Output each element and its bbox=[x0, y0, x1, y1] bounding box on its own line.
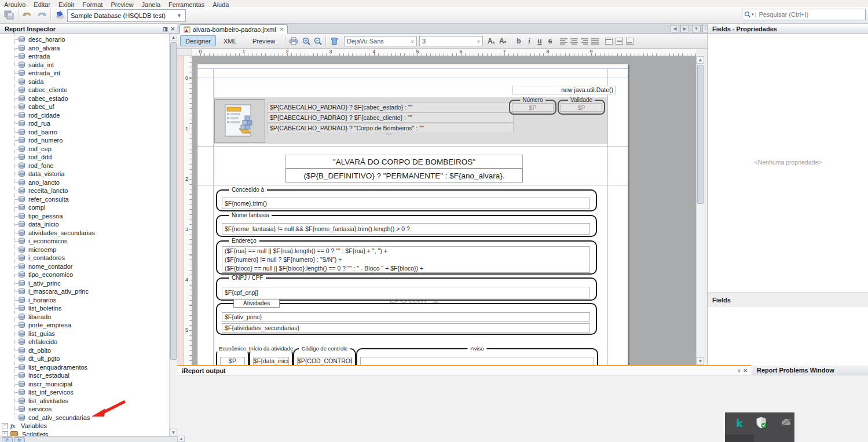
expand-icon[interactable]: + bbox=[2, 431, 8, 436]
tree-node-scriptlets[interactable]: +Scriptlets bbox=[0, 430, 169, 437]
header-expression-3[interactable]: $P{CABECALHO_PADRAO} ? "Corpo de Bombeir… bbox=[267, 123, 514, 133]
group-cnpj-field[interactable]: $F{cpf_cnpj} bbox=[222, 287, 590, 298]
valign-bottom-icon[interactable] bbox=[624, 36, 635, 46]
tree-item-field[interactable]: inscr_estadual bbox=[0, 371, 169, 380]
datasource-select[interactable]: Sample Database (HSQLDB test) ▼ bbox=[67, 9, 186, 22]
close-panel-icon[interactable]: ✕ bbox=[743, 368, 748, 374]
tree-item-field[interactable]: servicos bbox=[0, 405, 169, 414]
decrease-font-icon[interactable]: A▾ bbox=[498, 36, 507, 46]
defender-shield-icon[interactable] bbox=[756, 417, 767, 431]
tree-item-field[interactable]: entrada bbox=[0, 52, 169, 61]
date-expression-field[interactable]: new java.util.Date() bbox=[512, 86, 616, 94]
tree-item-field[interactable]: desc_horario bbox=[0, 35, 169, 44]
title-expression-text[interactable]: ($P{B_DEFINITIVO} ? "PERMANENTE" : $F{an… bbox=[285, 169, 523, 182]
group-codigo-controle-field[interactable]: $P{COD_CONTROLE} bbox=[297, 357, 352, 365]
save-all-icon[interactable] bbox=[2, 9, 16, 21]
tree-item-field[interactable]: list_boletins bbox=[0, 304, 169, 313]
validade-group[interactable]: Validade $P bbox=[558, 100, 605, 115]
search-input[interactable] bbox=[757, 10, 852, 19]
tree-item-field[interactable]: list_inf_servicos bbox=[0, 388, 169, 397]
title-static-text[interactable]: "ALVARÁ DO CORPO DE BOMBEIROS" bbox=[285, 155, 523, 169]
tab-scroll-right-icon[interactable]: ▶ bbox=[680, 25, 689, 32]
valign-middle-icon[interactable] bbox=[614, 36, 624, 46]
tree-scroll-thumb[interactable] bbox=[170, 42, 177, 360]
increase-font-icon[interactable]: A▴ bbox=[486, 36, 496, 46]
zoom-out-icon[interactable] bbox=[313, 36, 323, 46]
canvas-scroll-thumb[interactable] bbox=[697, 65, 704, 204]
align-right-icon[interactable] bbox=[579, 36, 589, 46]
quick-search[interactable]: ▾ | bbox=[742, 9, 866, 20]
group-atividades[interactable]: Atividades $F{ativ_princ} $F{atividades_… bbox=[216, 303, 597, 335]
function-icon[interactable]: fx bbox=[14, 437, 25, 442]
tree-item-field[interactable]: rod_bairro bbox=[0, 128, 169, 137]
tree-item-field[interactable]: rod_ddd bbox=[0, 153, 169, 162]
element-style-icon[interactable] bbox=[329, 36, 339, 46]
menu-item[interactable]: Ferramentas bbox=[169, 1, 204, 7]
group-atividades-field-1[interactable]: $F{ativ_princ} bbox=[222, 312, 590, 322]
document-tab[interactable]: alvara-bombeiro-padrao.jrxml ✕ bbox=[180, 24, 288, 34]
tree-item-field[interactable]: data_inicio bbox=[0, 220, 169, 229]
close-panel-icon[interactable]: ✕ bbox=[170, 26, 175, 32]
tree-item-field[interactable]: cabec_uf bbox=[0, 103, 169, 111]
numero-group[interactable]: Número $P bbox=[509, 100, 556, 115]
undo-icon[interactable] bbox=[20, 9, 34, 21]
align-center-icon[interactable] bbox=[569, 36, 579, 46]
group-aviso-field[interactable] bbox=[360, 357, 594, 365]
tab-list-icon[interactable]: ▼ bbox=[692, 25, 701, 32]
cloud-offline-icon[interactable] bbox=[780, 418, 793, 429]
tree-node-variables[interactable]: +fxVariables bbox=[0, 422, 169, 430]
print-preview-icon[interactable] bbox=[288, 36, 299, 46]
report-problems-header[interactable]: Report Problems Window bbox=[752, 365, 868, 375]
menu-item[interactable]: Janela bbox=[142, 1, 160, 7]
tree-item-field[interactable]: nome_contador bbox=[0, 262, 169, 271]
canvas-scrollbar[interactable]: ▲ ▼ bbox=[696, 56, 704, 365]
view-preview-button[interactable]: Preview bbox=[248, 35, 280, 46]
align-left-icon[interactable] bbox=[558, 36, 569, 46]
group-endereco-field[interactable]: ($F{rua} == null || $F{rua}.length() == … bbox=[222, 246, 590, 273]
tree-item-field[interactable]: rod_cidade bbox=[0, 111, 169, 120]
tree-item-field[interactable]: i_contadores bbox=[0, 254, 169, 262]
expand-icon[interactable]: + bbox=[2, 423, 8, 429]
tree-item-field[interactable]: refer_consulta bbox=[0, 195, 169, 204]
tree-item-field[interactable]: list_enquadramentos bbox=[0, 363, 169, 372]
group-endereco[interactable]: Endereço ($F{rua} == null || $F{rua}.len… bbox=[216, 240, 597, 275]
minimize-panel-icon[interactable]: ▿ bbox=[738, 368, 741, 374]
tree-item-field[interactable]: dt_obito bbox=[0, 346, 169, 355]
zoom-in-icon[interactable] bbox=[301, 36, 312, 46]
tree-item-field[interactable]: cod_ativ_secundarias bbox=[0, 414, 169, 422]
group-economico-field[interactable]: $P bbox=[220, 357, 245, 365]
valign-top-icon[interactable] bbox=[603, 36, 614, 46]
tree-item-field[interactable]: rod_rua bbox=[0, 119, 169, 128]
menu-item[interactable]: Preview bbox=[111, 1, 133, 7]
database-wizard-icon[interactable] bbox=[53, 9, 67, 21]
tree-item-field[interactable]: list_atividades bbox=[0, 397, 169, 406]
tree-item-field[interactable]: ano_alvara bbox=[0, 44, 169, 53]
ireport-output-header[interactable]: iReport output ▿ ✕ bbox=[177, 365, 751, 375]
tree-item-field[interactable]: rod_numero bbox=[0, 136, 169, 145]
underline-button[interactable]: u bbox=[535, 36, 544, 46]
tree-item-field[interactable]: i_economicos bbox=[0, 237, 169, 246]
tree-item-field[interactable]: dt_ult_pgto bbox=[0, 355, 169, 363]
tree-item-field[interactable]: list_guias bbox=[0, 330, 169, 338]
hscroll-left-icon[interactable]: ◂ bbox=[177, 436, 185, 442]
view-xml-button[interactable]: XML bbox=[219, 35, 241, 46]
tree-item-field[interactable]: tipo_economico bbox=[0, 271, 169, 279]
tree-item-field[interactable]: ehfalecido bbox=[0, 338, 169, 346]
group-inicio-atividade[interactable]: Início da atividade $F{data_inicio} bbox=[249, 348, 293, 365]
tree-item-field[interactable]: data_vistoria bbox=[0, 170, 169, 178]
design-canvas[interactable]: Page Header $P{CABECALHO_PADRAO} ? $F{ca… bbox=[192, 56, 696, 365]
tree-item-field[interactable]: rod_cep bbox=[0, 145, 169, 154]
redo-icon[interactable] bbox=[35, 9, 49, 21]
tree-item-field[interactable]: cabec_cliente bbox=[0, 86, 169, 94]
bold-button[interactable]: b bbox=[514, 36, 523, 46]
strikethrough-button[interactable]: s bbox=[545, 36, 555, 46]
float-window-icon[interactable]: ◨ bbox=[163, 26, 168, 32]
tree-scrollbar[interactable]: ▲ ▼ bbox=[169, 34, 177, 436]
group-cnpj[interactable]: CNPJ / CPF $F{cpf_cnpj} bbox=[216, 277, 597, 301]
tree-item-field[interactable]: receita_lancto bbox=[0, 187, 169, 195]
group-nome-fantasia[interactable]: Nome fantasia $F{nome_fantasia} != null … bbox=[216, 215, 597, 237]
tree-item-field[interactable]: i_mascara_ativ_princ bbox=[0, 287, 169, 296]
tree-item-field[interactable]: porte_empresa bbox=[0, 321, 169, 330]
group-aviso[interactable]: Aviso bbox=[356, 348, 598, 365]
group-nome-fantasia-field[interactable]: $F{nome_fantasia} != null && $F{nome_fan… bbox=[222, 223, 590, 235]
